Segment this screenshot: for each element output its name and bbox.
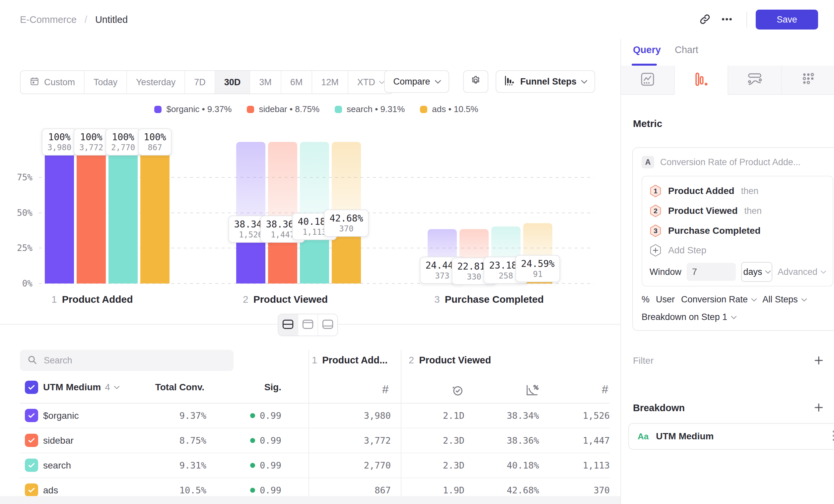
funnel-bar-sidebar-step1[interactable]: 100%3,772 <box>76 142 106 283</box>
breakdown-column-header[interactable]: UTM Medium 4 <box>43 381 119 394</box>
entity-label[interactable]: User <box>656 294 675 305</box>
advanced-toggle[interactable]: Advanced <box>777 267 826 277</box>
search-icon <box>27 355 37 366</box>
tab-flow-chart[interactable] <box>727 66 781 95</box>
tab-query[interactable]: Query <box>633 44 661 55</box>
top-bar: E-Commerce / Untitled Save <box>0 0 834 40</box>
row-avg-time: 2.3D <box>443 428 464 453</box>
share-link-button[interactable] <box>694 8 716 30</box>
step-event-name: Purchase Completed <box>668 226 761 236</box>
metric-step-1[interactable]: 1Product Addedthen <box>650 181 826 201</box>
flow-icon <box>747 72 762 88</box>
row-conv-rate: 38.36% <box>507 428 539 453</box>
funnel-steps-card: 1Product Addedthen2Product Viewedthen3Pu… <box>642 176 833 287</box>
significance-dot <box>250 463 255 468</box>
add-filter-button[interactable] <box>813 355 824 367</box>
breakdown-column-label: UTM Medium <box>43 382 101 393</box>
bar-pct: 100% <box>111 131 135 143</box>
sig-label: Sig. <box>264 382 281 393</box>
funnel-bar-ads-step3[interactable]: 24.59%91 <box>523 142 552 283</box>
bar-count: 91 <box>521 270 554 279</box>
count-column-icon[interactable]: # <box>602 383 608 396</box>
row-total-conv: 9.37% <box>179 404 206 428</box>
row-checkbox[interactable] <box>25 434 38 447</box>
metric-step-3[interactable]: 3Purchase Completed <box>650 221 826 241</box>
row-significance: 0.99 <box>250 404 281 428</box>
bar-count: 370 <box>329 224 363 234</box>
layout-top-button[interactable] <box>298 314 318 336</box>
breakdown-property-name: UTM Medium <box>656 431 822 442</box>
metric-steps: 1Product Addedthen2Product Viewedthen3Pu… <box>650 181 826 241</box>
search-input[interactable] <box>43 355 226 366</box>
conversion-rate-icon[interactable] <box>525 384 539 398</box>
metric-heading: Metric <box>633 118 662 129</box>
row-checkbox[interactable] <box>25 459 38 472</box>
row-avg-time: 2.1D <box>443 404 464 428</box>
step-axis-label: 2Product Viewed <box>243 294 328 305</box>
funnel-bar-organic-step2[interactable]: 38.34%1,526 <box>236 142 265 283</box>
metric-type-select[interactable]: Conversion Rate <box>681 294 756 305</box>
time-to-convert-icon[interactable] <box>451 384 464 398</box>
percent-prefix: % <box>642 294 650 305</box>
count-column-icon[interactable]: # <box>382 383 389 396</box>
tab-chart[interactable]: Chart <box>675 44 698 55</box>
chart-type-tabs <box>621 66 834 95</box>
layout-bottom-icon <box>322 319 333 330</box>
funnel-bar-fill <box>140 142 170 283</box>
checkbox-checked[interactable] <box>25 381 38 394</box>
tab-retention-chart[interactable] <box>781 66 834 95</box>
sig-column-header[interactable]: Sig. <box>264 381 281 394</box>
main-content: CustomTodayYesterday7D30D3M6M12MXTD Comp… <box>0 39 620 504</box>
step-number-badge: 2 <box>650 204 661 217</box>
select-all-checkbox[interactable] <box>25 381 38 394</box>
bottom-scroll-track[interactable] <box>0 496 620 504</box>
funnel-bar-ads-step2[interactable]: 42.68%370 <box>332 142 361 283</box>
bar-value-label: 100%867 <box>138 128 172 156</box>
add-step-button[interactable]: Add Step <box>650 241 826 260</box>
significance-dot <box>250 488 255 493</box>
breakdown-property-card[interactable]: Aa UTM Medium <box>628 423 834 450</box>
layout-top-icon <box>302 319 313 330</box>
table-row-search[interactable]: search9.31%0.992,7702.3D40.18%1,113 <box>20 453 610 478</box>
header-actions: Save <box>694 8 818 30</box>
step-number: 1 <box>312 355 317 366</box>
table-row-sidebar[interactable]: sidebar8.75%0.993,7722.3D38.36%1,447 <box>20 428 610 453</box>
breadcrumb-project[interactable]: E-Commerce <box>20 14 76 25</box>
plus-icon <box>813 402 824 414</box>
layout-bottom-button[interactable] <box>318 314 337 336</box>
funnel-bar-search-step1[interactable]: 100%2,770 <box>108 142 138 283</box>
breakdown-on-select[interactable]: Breakdown on Step 1 <box>642 312 833 322</box>
table-rows: $organic9.37%0.993,9802.1D38.34%1,526sid… <box>20 403 610 503</box>
more-menu-button[interactable] <box>716 8 738 30</box>
row-checkbox[interactable] <box>25 409 38 422</box>
steps-scope-select[interactable]: All Steps <box>762 294 806 305</box>
bar-pct: 100% <box>47 131 71 143</box>
funnel-bar-ads-step1[interactable]: 100%867 <box>140 142 170 283</box>
add-step-label: Add Step <box>668 245 706 256</box>
row-checkbox[interactable] <box>25 483 38 497</box>
step-event-name: Product Viewed <box>668 206 738 216</box>
tab-segmentation-chart[interactable] <box>621 66 674 95</box>
step-number: 2 <box>409 355 414 366</box>
metric-step-2[interactable]: 2Product Viewedthen <box>650 201 826 221</box>
metric-title-row[interactable]: A Conversion Rate of Product Adde... <box>642 156 833 168</box>
link-icon <box>699 13 711 26</box>
advanced-label: Advanced <box>777 267 817 277</box>
window-unit-select[interactable]: days <box>741 262 772 282</box>
metric-card: A Conversion Rate of Product Adde... 1Pr… <box>632 147 834 331</box>
save-button[interactable]: Save <box>756 9 818 29</box>
breadcrumb-current[interactable]: Untitled <box>95 14 128 25</box>
funnel-bar-sidebar-step2[interactable]: 38.36%1,447 <box>268 142 297 283</box>
layout-split-button[interactable] <box>278 314 298 336</box>
window-value-input[interactable] <box>687 263 736 281</box>
y-axis-tick: 25% <box>7 243 32 254</box>
kebab-menu-icon[interactable] <box>829 430 834 443</box>
total-conv-column-header[interactable]: Total Conv. <box>155 381 204 394</box>
y-axis-tick: 75% <box>7 172 32 183</box>
add-breakdown-button[interactable] <box>813 402 824 414</box>
row-total-conv: 8.75% <box>179 428 206 453</box>
table-row-organic[interactable]: $organic9.37%0.993,9802.1D38.34%1,526 <box>20 404 610 428</box>
funnel-bar-organic-step1[interactable]: 100%3,980 <box>45 142 74 283</box>
bar-pct: 24.59% <box>521 258 554 270</box>
tab-funnel-chart[interactable] <box>674 66 728 95</box>
